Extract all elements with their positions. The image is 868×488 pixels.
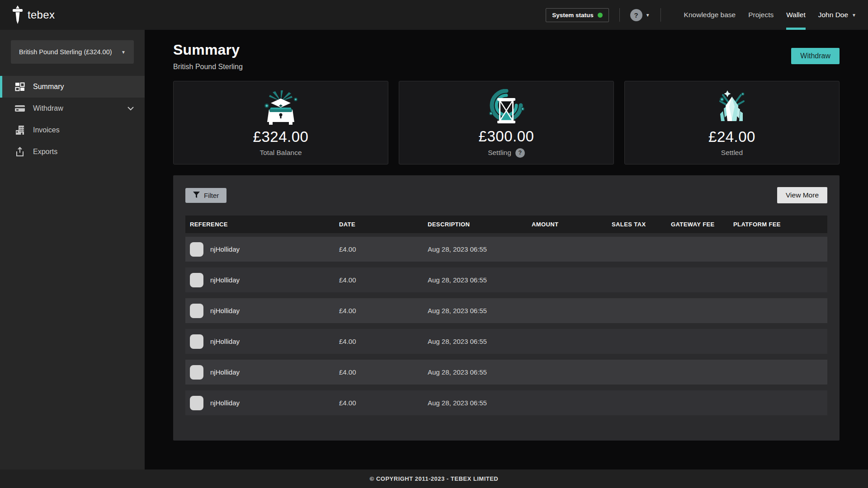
- description-cell: Aug 28, 2023 06:55: [423, 245, 527, 253]
- nav-projects[interactable]: Projects: [748, 0, 774, 30]
- avatar: [190, 242, 203, 257]
- sidebar-item-invoices[interactable]: Invoices: [0, 119, 145, 141]
- table-body: njHolliday £4.00 Aug 28, 2023 06:55 njHo…: [185, 237, 827, 415]
- total-balance-card: £324.00 Total Balance: [173, 81, 388, 164]
- copyright-text: © COPYRIGHT 2011-2023 - TEBEX LIMITED: [370, 475, 499, 482]
- avatar: [190, 334, 203, 349]
- tebex-logo[interactable]: tebex: [12, 5, 55, 24]
- reference-cell: njHolliday: [185, 304, 335, 318]
- description-cell: Aug 28, 2023 06:55: [423, 307, 527, 314]
- table-row[interactable]: njHolliday £4.00 Aug 28, 2023 06:55: [185, 237, 827, 262]
- avatar: [190, 273, 203, 287]
- date-cell: £4.00: [335, 338, 423, 345]
- divider: [619, 8, 620, 22]
- view-more-button[interactable]: View More: [777, 187, 827, 203]
- avatar: [190, 365, 203, 380]
- description-cell: Aug 28, 2023 06:55: [423, 399, 527, 407]
- brand-name: tebex: [28, 9, 55, 21]
- sidebar-item-exports[interactable]: Exports: [0, 141, 145, 163]
- system-status-label: System status: [552, 12, 594, 19]
- sidebar-item-label: Summary: [33, 83, 64, 91]
- page-subtitle: British Pound Sterling: [173, 63, 243, 71]
- user-menu[interactable]: John Doe ▼: [818, 11, 856, 19]
- divider: [660, 8, 661, 22]
- date-cell: £4.00: [335, 276, 423, 284]
- date-cell: £4.00: [335, 245, 423, 253]
- description-cell: Aug 28, 2023 06:55: [423, 368, 527, 376]
- reference-cell: njHolliday: [185, 273, 335, 287]
- tebex-sword-icon: [12, 5, 24, 24]
- settling-card: £300.00 Settling ?: [399, 81, 614, 164]
- invoices-building-icon: [14, 125, 25, 135]
- settling-help-icon[interactable]: ?: [515, 148, 525, 158]
- date-cell: £4.00: [335, 399, 423, 407]
- table-row[interactable]: njHolliday £4.00 Aug 28, 2023 06:55: [185, 390, 827, 415]
- filter-funnel-icon: [193, 192, 200, 199]
- reference-cell: njHolliday: [185, 365, 335, 380]
- footer: © COPYRIGHT 2011-2023 - TEBEX LIMITED: [0, 469, 868, 488]
- topbar: tebex System status ? ▼ Knowledge base P…: [0, 0, 868, 30]
- status-green-dot-icon: [598, 13, 603, 18]
- avatar: [190, 304, 203, 318]
- topbar-nav: Knowledge base Projects Wallet: [671, 0, 806, 30]
- currency-select-value: British Pound Sterling (£324.00): [19, 48, 112, 56]
- credit-card-icon: [14, 104, 25, 113]
- currency-select[interactable]: British Pound Sterling (£324.00) ▼: [11, 40, 134, 64]
- chevron-down-icon: ▼: [121, 50, 126, 55]
- reference-cell: njHolliday: [185, 334, 335, 349]
- settled-label: Settled: [721, 149, 743, 157]
- sidebar-nav: Summary Withdraw: [0, 76, 145, 163]
- table-row[interactable]: njHolliday £4.00 Aug 28, 2023 06:55: [185, 298, 827, 323]
- reference-cell: njHolliday: [185, 242, 335, 257]
- gem-icon: [710, 89, 754, 126]
- avatar: [190, 396, 203, 410]
- settling-label: Settling ?: [488, 148, 525, 158]
- sidebar-item-withdraw[interactable]: Withdraw: [0, 98, 145, 119]
- col-sales-tax: SALES TAX: [607, 221, 666, 228]
- description-cell: Aug 28, 2023 06:55: [423, 338, 527, 345]
- transactions-panel: Filter View More REFERENCE DATE DESCRIPT…: [173, 175, 840, 441]
- chevron-down-icon: [127, 104, 134, 113]
- nav-knowledge-base[interactable]: Knowledge base: [684, 0, 736, 30]
- sidebar-item-label: Withdraw: [33, 104, 63, 113]
- table-row[interactable]: njHolliday £4.00 Aug 28, 2023 06:55: [185, 329, 827, 354]
- col-reference: REFERENCE: [185, 221, 335, 228]
- col-amount: AMOUNT: [527, 221, 607, 228]
- help-icon: ?: [630, 9, 642, 21]
- panel-toolbar: Filter View More: [185, 187, 827, 203]
- dashboard-icon: [14, 82, 25, 92]
- description-cell: Aug 28, 2023 06:55: [423, 276, 527, 284]
- treasure-chest-icon: [259, 89, 302, 126]
- settling-amount: £300.00: [479, 128, 534, 145]
- topbar-right: System status ? ▼ Knowledge base Project…: [546, 0, 856, 30]
- total-balance-amount: £324.00: [253, 128, 309, 145]
- table-row[interactable]: njHolliday £4.00 Aug 28, 2023 06:55: [185, 360, 827, 385]
- balance-cards: £324.00 Total Balance: [173, 81, 840, 164]
- col-date: DATE: [335, 221, 423, 228]
- sidebar-item-label: Exports: [33, 148, 57, 156]
- chevron-down-icon: ▼: [852, 13, 856, 18]
- reference-cell: njHolliday: [185, 396, 335, 410]
- page-header: Summary British Pound Sterling Withdraw: [173, 42, 840, 71]
- hourglass-icon: [485, 88, 528, 125]
- date-cell: £4.00: [335, 368, 423, 376]
- system-status-button[interactable]: System status: [546, 8, 609, 22]
- main-content: Summary British Pound Sterling Withdraw: [145, 30, 868, 441]
- sidebar: British Pound Sterling (£324.00) ▼ Summa…: [0, 30, 145, 469]
- page-title: Summary: [173, 42, 243, 58]
- help-menu-button[interactable]: ? ▼: [630, 9, 650, 21]
- user-name: John Doe: [818, 11, 848, 19]
- filter-button[interactable]: Filter: [185, 188, 226, 203]
- sidebar-item-summary[interactable]: Summary: [0, 76, 145, 98]
- sidebar-item-label: Invoices: [33, 126, 60, 134]
- nav-wallet[interactable]: Wallet: [786, 0, 806, 30]
- table-row[interactable]: njHolliday £4.00 Aug 28, 2023 06:55: [185, 267, 827, 292]
- table-header: REFERENCE DATE DESCRIPTION AMOUNT SALES …: [185, 216, 827, 233]
- col-platform-fee: PLATFORM FEE: [729, 221, 827, 228]
- withdraw-button[interactable]: Withdraw: [791, 48, 840, 64]
- settled-card: £24.00 Settled: [624, 81, 840, 164]
- export-share-icon: [14, 147, 25, 157]
- col-description: DESCRIPTION: [423, 221, 527, 228]
- chevron-down-icon: ▼: [646, 13, 650, 18]
- date-cell: £4.00: [335, 307, 423, 314]
